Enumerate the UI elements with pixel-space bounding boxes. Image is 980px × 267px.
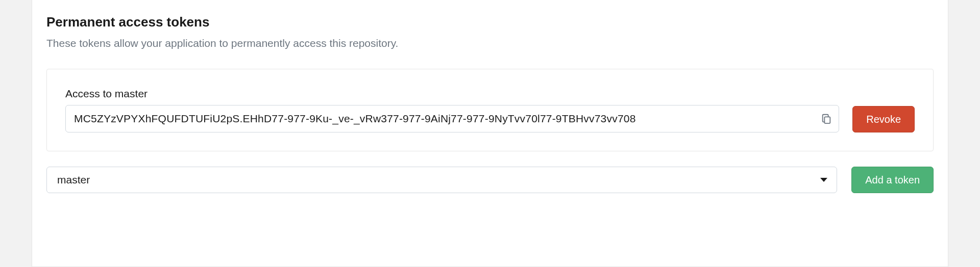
token-field-group: Access to master MC5ZYzVPYXhFQUFDTUFiU2p…: [65, 88, 839, 132]
branch-select-value: master: [57, 174, 90, 186]
copy-icon[interactable]: [820, 113, 832, 125]
token-label: Access to master: [65, 88, 839, 100]
section-description: These tokens allow your application to p…: [46, 37, 934, 49]
revoke-button[interactable]: Revoke: [852, 106, 915, 132]
tokens-card: Permanent access tokens These tokens all…: [32, 0, 948, 267]
token-item-box: Access to master MC5ZYzVPYXhFQUFDTUFiU2p…: [46, 69, 934, 151]
branch-select[interactable]: master: [46, 167, 837, 193]
svg-rect-0: [825, 117, 830, 123]
add-token-row: master Add a token: [46, 167, 934, 193]
token-value[interactable]: MC5ZYzVPYXhFQUFDTUFiU2pS.EHhD77-977-9Ku-…: [74, 113, 815, 125]
token-input-wrap: MC5ZYzVPYXhFQUFDTUFiU2pS.EHhD77-977-9Ku-…: [65, 105, 839, 132]
section-title: Permanent access tokens: [46, 14, 934, 30]
add-token-button[interactable]: Add a token: [851, 167, 934, 193]
page-wrap: Permanent access tokens These tokens all…: [0, 0, 980, 267]
token-row: Access to master MC5ZYzVPYXhFQUFDTUFiU2p…: [65, 88, 915, 132]
chevron-down-icon: [820, 178, 827, 182]
